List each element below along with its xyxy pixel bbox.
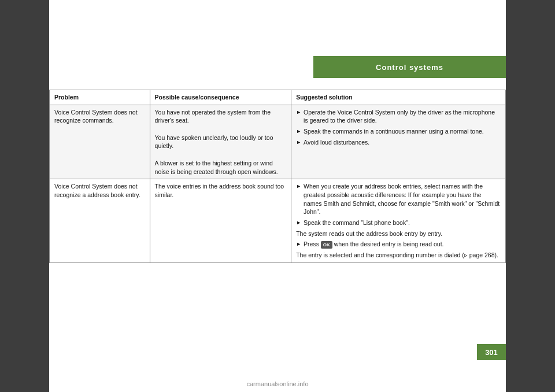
table-row: Voice Control System does not recognize … bbox=[50, 179, 506, 263]
ok-button-icon: OK bbox=[321, 241, 332, 249]
solution-text-2b: Speak the command "List phone book". bbox=[304, 219, 501, 227]
solution-text-2d: Press OK when the desired entry is being… bbox=[304, 240, 501, 249]
problem-text-1: Voice Control System does not recognize … bbox=[54, 109, 138, 124]
problem-text-2: Voice Control System does not recognize … bbox=[54, 183, 140, 198]
cause-cell-2: The voice entries in the address book so… bbox=[150, 179, 291, 263]
page-number: 301 bbox=[485, 348, 498, 357]
page-title: Control systems bbox=[376, 63, 443, 72]
arrow-icon-1c: ► bbox=[296, 139, 301, 146]
arrow-icon-2a: ► bbox=[296, 183, 301, 190]
solution-text-2c: The system reads out the address book en… bbox=[296, 230, 442, 237]
solution-cell-1: ► Operate the Voice Control System only … bbox=[291, 105, 506, 179]
arrow-icon-2d: ► bbox=[296, 241, 301, 248]
solution-item-1b: ► Speak the commands in a continuous man… bbox=[296, 127, 501, 136]
problem-cell-2: Voice Control System does not recognize … bbox=[50, 179, 150, 263]
solution-item-1c: ► Avoid loud disturbances. bbox=[296, 138, 501, 147]
solution-item-2a: ► When you create your address book entr… bbox=[296, 182, 501, 216]
left-strip bbox=[0, 0, 49, 392]
table-header-row: Problem Possible cause/consequence Sugge… bbox=[50, 90, 506, 105]
solution-cell-2: ► When you create your address book entr… bbox=[291, 179, 506, 263]
solution-text-2e: The entry is selected and the correspond… bbox=[296, 252, 498, 258]
cause-text-1b: You have spoken unclearly, too loudly or… bbox=[155, 134, 287, 150]
page-number-badge: 301 bbox=[477, 344, 506, 360]
solution-item-2e: The entry is selected and the correspond… bbox=[296, 251, 501, 260]
table-row: Voice Control System does not recognize … bbox=[50, 105, 506, 179]
col-header-solution: Suggested solution bbox=[291, 90, 506, 105]
col-header-problem: Problem bbox=[50, 90, 150, 105]
right-strip bbox=[506, 0, 555, 392]
solution-item-1a: ► Operate the Voice Control System only … bbox=[296, 108, 501, 125]
cause-text-2a: The voice entries in the address book so… bbox=[155, 182, 287, 199]
main-table-container: Problem Possible cause/consequence Sugge… bbox=[49, 90, 506, 344]
solution-text-2a: When you create your address book entrie… bbox=[304, 182, 501, 216]
solution-item-2d: ► Press OK when the desired entry is bei… bbox=[296, 240, 501, 249]
solution-text-1a: Operate the Voice Control System only by… bbox=[304, 108, 501, 125]
arrow-icon-1a: ► bbox=[296, 109, 301, 116]
problem-cell-1: Voice Control System does not recognize … bbox=[50, 105, 150, 179]
solution-text-1b: Speak the commands in a continuous manne… bbox=[304, 127, 501, 136]
solution-item-2c: The system reads out the address book en… bbox=[296, 230, 501, 238]
col-header-cause: Possible cause/consequence bbox=[150, 90, 291, 105]
cause-text-1a: You have not operated the system from th… bbox=[155, 108, 287, 125]
main-table: Problem Possible cause/consequence Sugge… bbox=[49, 90, 506, 263]
watermark-text: carmanualsonline.info bbox=[246, 380, 308, 387]
solution-item-2b: ► Speak the command "List phone book". bbox=[296, 219, 501, 227]
header-banner: Control systems bbox=[313, 56, 506, 78]
arrow-icon-1b: ► bbox=[296, 128, 301, 135]
arrow-icon-2b: ► bbox=[296, 219, 301, 227]
solution-text-1c: Avoid loud disturbances. bbox=[304, 138, 501, 147]
cause-cell-1: You have not operated the system from th… bbox=[150, 105, 291, 179]
cause-text-1c: A blower is set to the highest setting o… bbox=[155, 159, 287, 176]
watermark: carmanualsonline.info bbox=[0, 380, 555, 387]
